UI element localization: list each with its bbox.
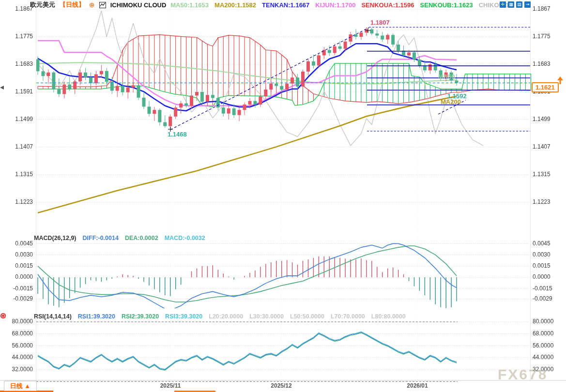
price-chart-canvas[interactable]: [0, 0, 566, 392]
macd-title: MACD(26,12,9): [34, 235, 76, 241]
chart-axis-icon[interactable]: ▤: [516, 1, 522, 8]
x-axis-label-2: 2026/01: [407, 382, 428, 389]
macd-header: MACD(26,12,9)DIFF:-0.0014DEA:0.0002MACD:…: [34, 235, 205, 241]
last-price-badge: 1.1621: [532, 82, 559, 92]
swing-low-label: 1.1468: [168, 131, 187, 138]
indicator-title: ICHIMOKU CLOUD: [110, 1, 167, 9]
exit-right-icon[interactable]: ⇥: [524, 1, 531, 8]
indicator-value-5: SENKOUB:1.1623: [420, 1, 473, 9]
rsi-value-4: L30:30.0000: [249, 313, 284, 320]
rsi-panel-icon[interactable]: [0, 313, 6, 318]
indicator-value-4: SENKOUA:1.1596: [361, 1, 414, 9]
rsi-value-1: RSI2:39.3020: [122, 313, 159, 320]
chart-window: { "header": { "symbol": "欧元美元", "period_…: [0, 0, 566, 392]
ma200-line-label: MA200: [441, 98, 461, 106]
macd-value-1: DEA:0.0002: [125, 235, 158, 241]
ma50-line-label: MA50: [438, 73, 455, 80]
chart-toolbar: ✛▦▤⇥: [500, 1, 531, 8]
indicator-value-0: MA50:1.1653: [170, 1, 209, 9]
add-indicator-icon[interactable]: ⊕: [89, 1, 95, 9]
line-chart-icon: [99, 2, 106, 8]
rsi-value-5: L50:50.0000: [290, 313, 324, 320]
rsi-header: RSI(14,14,14)RSI1:39.3020RSI2:39.3020RSI…: [34, 313, 406, 320]
rsi-value-7: L80:80.0000: [371, 313, 406, 320]
macd-value-0: DIFF:-0.0014: [83, 235, 119, 241]
indicator-value-1: MA200:1.1582: [214, 1, 256, 9]
swing-high-label: 1.1807: [370, 19, 390, 26]
x-axis-label-1: 2025/12: [271, 382, 291, 389]
main-header: 欧元美元 【日线】 ⊕ ICHIMOKU CLOUD MA50:1.1653MA…: [30, 0, 514, 9]
pan-crosshair-icon[interactable]: ✛: [500, 1, 506, 8]
macd-value-2: MACD:-0.0032: [165, 235, 205, 241]
indicator-values: MA50:1.1653MA200:1.1582TENKAN:1.1667KIJU…: [170, 1, 514, 9]
timeframe-tab-daily[interactable]: 日线 ▲: [4, 381, 37, 391]
watermark: FX678: [498, 366, 548, 383]
rsi-value-6: L70:70.0000: [331, 313, 365, 320]
rsi-value-2: RSI3:39.3020: [165, 313, 202, 320]
indicator-value-2: TENKAN:1.1667: [262, 1, 309, 9]
chart-area-icon[interactable]: ▦: [508, 1, 514, 8]
rsi-value-3: L20:20.0000: [209, 313, 243, 320]
rsi-title: RSI(14,14,14): [34, 313, 72, 320]
period-tag[interactable]: 【日线】: [60, 0, 85, 9]
x-axis-label-0: 2025/11: [160, 382, 181, 389]
indicator-value-3: KIJUN:1.1700: [315, 1, 355, 9]
symbol-title: 欧元美元: [30, 0, 55, 9]
rsi-value-0: RSI1:39.3020: [78, 313, 115, 320]
